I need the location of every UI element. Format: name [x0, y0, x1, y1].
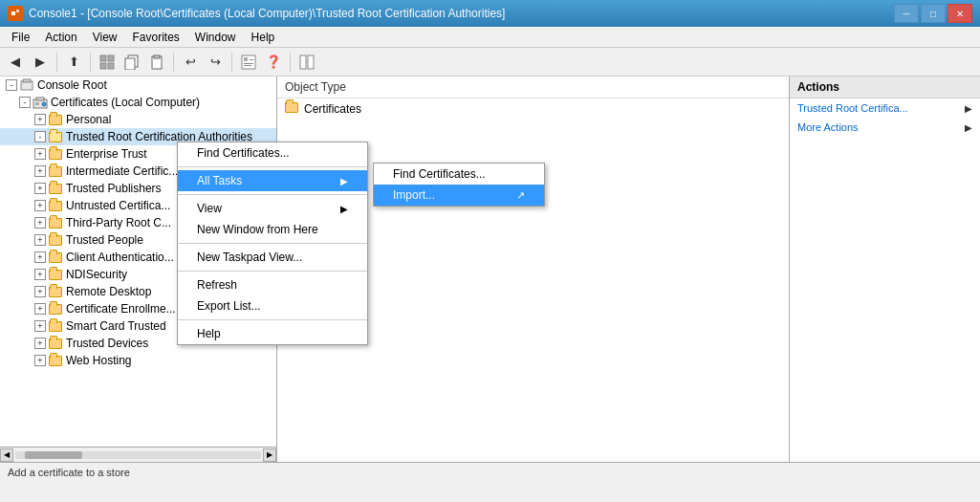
expand-third-party[interactable]: + — [34, 217, 46, 229]
expand-intermediate[interactable]: + — [34, 165, 46, 177]
tree-label-cert-enrollment: Certificate Enrollme... — [66, 302, 176, 316]
menu-window[interactable]: Window — [187, 29, 244, 46]
right-panel-header: Object Type — [277, 76, 789, 98]
tree-scrollbar[interactable]: ◀ ▶ — [0, 447, 276, 462]
context-sep-3 — [178, 243, 367, 244]
title-bar: Console1 - [Console Root\Certificates (L… — [0, 0, 980, 27]
actions-more-actions-chevron: ▶ — [965, 122, 972, 133]
tree-item-personal[interactable]: + Personal — [0, 111, 276, 128]
context-refresh[interactable]: Refresh — [178, 274, 367, 295]
menu-favorites[interactable]: Favorites — [125, 29, 187, 46]
up-button[interactable]: ⬆ — [62, 51, 85, 74]
restore-button[interactable]: □ — [921, 4, 946, 23]
certificates-folder-icon — [285, 102, 298, 116]
expand-console-root[interactable]: - — [6, 79, 17, 91]
expand-web-hosting[interactable]: + — [34, 355, 46, 366]
forward-button[interactable]: ▶ — [29, 51, 52, 74]
expand-ndisecurity[interactable]: + — [34, 269, 46, 280]
window-title: Console1 - [Console Root\Certificates (L… — [29, 7, 505, 20]
context-view-arrow: ▶ — [340, 204, 348, 214]
scroll-left-btn[interactable]: ◀ — [0, 448, 13, 462]
back-button[interactable]: ◀ — [4, 51, 27, 74]
scroll-right-btn[interactable]: ▶ — [263, 448, 276, 462]
actions-panel: Actions Trusted Root Certifica... ▶ More… — [789, 76, 980, 462]
certs-local-icon — [33, 96, 48, 109]
redo-button[interactable]: ↪ — [204, 51, 227, 74]
context-export-list[interactable]: Export List... — [178, 295, 367, 316]
menu-action[interactable]: Action — [37, 29, 84, 46]
submenu-import[interactable]: Import... ↗ — [374, 185, 544, 206]
tree-item-web-hosting[interactable]: + Web Hosting — [0, 352, 276, 369]
copy-button[interactable] — [120, 51, 143, 74]
context-refresh-label: Refresh — [197, 278, 237, 292]
actions-more-actions[interactable]: More Actions ▶ — [790, 118, 980, 137]
menu-file[interactable]: File — [4, 29, 37, 46]
status-text: Add a certificate to a store — [8, 467, 130, 478]
actions-trusted-root[interactable]: Trusted Root Certifica... ▶ — [790, 98, 980, 118]
actions-trusted-root-label: Trusted Root Certifica... — [797, 102, 908, 114]
context-help[interactable]: Help — [178, 323, 367, 344]
expand-cert-enrollment[interactable]: + — [34, 303, 46, 315]
svg-rect-4 — [108, 55, 114, 61]
minimize-button[interactable]: ─ — [894, 4, 919, 23]
menu-view[interactable]: View — [85, 29, 125, 46]
menu-help[interactable]: Help — [244, 29, 283, 46]
context-sep-4 — [178, 271, 367, 272]
tree-label-enterprise-trust: Enterprise Trust — [66, 147, 147, 161]
expand-certs-local[interactable]: - — [19, 97, 31, 108]
context-new-window[interactable]: New Window from Here — [178, 219, 367, 240]
tree-label-certs-local: Certificates (Local Computer) — [51, 96, 200, 109]
undo-button[interactable]: ↩ — [179, 51, 202, 74]
certificates-label: Certificates — [304, 102, 361, 116]
expand-trusted-publishers[interactable]: + — [34, 183, 46, 194]
toolbar-sep-2 — [90, 53, 91, 72]
help-button[interactable]: ❓ — [262, 51, 285, 74]
trusted-root-icon — [48, 130, 63, 143]
context-view-label: View — [197, 202, 222, 215]
expand-enterprise-trust[interactable]: + — [34, 148, 46, 160]
context-all-tasks-arrow: ▶ — [340, 176, 348, 186]
tree-label-trusted-publishers: Trusted Publishers — [66, 182, 162, 195]
expand-trusted-devices[interactable]: + — [34, 338, 46, 349]
object-type-label: Object Type — [285, 80, 346, 94]
trusted-people-icon — [48, 233, 63, 247]
show-hide-button[interactable] — [96, 51, 119, 74]
context-view[interactable]: View ▶ — [178, 198, 367, 219]
context-new-taskpad[interactable]: New Taskpad View... — [178, 247, 367, 268]
personal-icon — [48, 113, 63, 126]
expand-trusted-root[interactable]: - — [34, 131, 46, 142]
tree-label-console-root: Console Root — [37, 78, 107, 92]
toolbar-sep-1 — [56, 53, 57, 72]
context-help-label: Help — [197, 327, 221, 340]
right-panel-content: Certificates — [277, 98, 789, 120]
tree-item-console-root[interactable]: - Console Root — [0, 76, 276, 94]
close-button[interactable]: ✕ — [947, 4, 972, 23]
tree-item-certs-local[interactable]: - Certificates (Local Computer) — [0, 94, 276, 111]
context-new-window-label: New Window from Here — [197, 223, 318, 236]
expand-smart-card[interactable]: + — [34, 320, 46, 332]
expand-trusted-people[interactable]: + — [34, 234, 46, 246]
context-all-tasks[interactable]: All Tasks ▶ — [178, 170, 367, 191]
context-sep-1 — [178, 166, 367, 167]
paste-button[interactable] — [145, 51, 168, 74]
title-bar-buttons: ─ □ ✕ — [894, 4, 972, 23]
trusted-devices-icon — [48, 337, 63, 350]
expand-client-auth[interactable]: + — [34, 251, 46, 263]
context-new-taskpad-label: New Taskpad View... — [197, 251, 302, 264]
submenu-find-certs[interactable]: Find Certificates... — [374, 164, 544, 185]
submenu-import-label: Import... — [393, 188, 435, 202]
svg-rect-3 — [100, 55, 106, 61]
expand-personal[interactable]: + — [34, 114, 46, 125]
context-sep-5 — [178, 319, 367, 320]
context-all-tasks-label: All Tasks — [197, 174, 242, 187]
third-party-icon — [48, 216, 63, 229]
svg-rect-6 — [108, 63, 114, 69]
toolbar-sep-5 — [290, 53, 291, 72]
expand-untrusted-certs[interactable]: + — [34, 200, 46, 211]
view-button[interactable] — [295, 51, 318, 74]
svg-rect-1 — [11, 11, 15, 15]
app-icon — [8, 6, 23, 21]
context-find-certs[interactable]: Find Certificates... — [178, 142, 367, 164]
expand-remote-desktop[interactable]: + — [34, 286, 46, 297]
properties-button[interactable] — [237, 51, 260, 74]
